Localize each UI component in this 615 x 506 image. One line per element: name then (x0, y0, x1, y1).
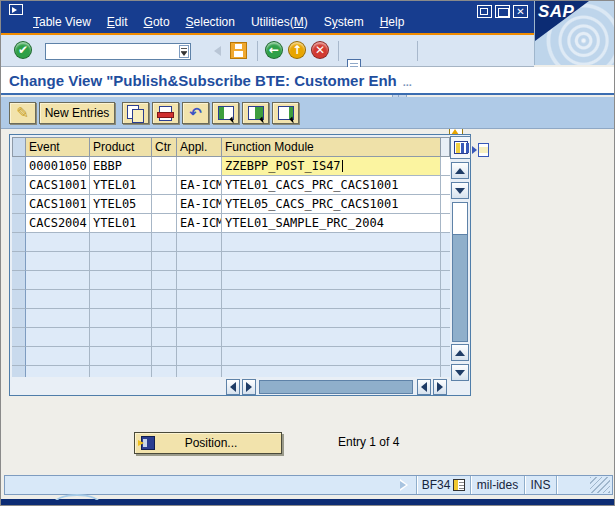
table-cell[interactable]: YTEL01_SAMPLE_PRC_2004 (222, 214, 441, 233)
row-selector-cell[interactable] (12, 233, 26, 252)
row-selector-cell[interactable] (12, 214, 26, 233)
table-cell[interactable] (222, 328, 441, 347)
table-cell[interactable]: YTEL01_CACS_PRC_CACS1001 (222, 176, 441, 195)
position-button[interactable]: Position... (134, 432, 282, 454)
scroll-right-button[interactable] (242, 379, 256, 395)
status-system-cell[interactable]: mil-ides (470, 476, 524, 494)
table-cell[interactable] (152, 157, 177, 176)
table-cell[interactable] (26, 271, 90, 290)
resize-grip[interactable] (590, 477, 610, 493)
table-cell[interactable] (26, 366, 90, 377)
table-cell[interactable] (152, 347, 177, 366)
table-cell[interactable]: CACS1001 (26, 195, 90, 214)
column-header-appl[interactable]: Appl. (177, 137, 222, 157)
table-cell[interactable]: CACS1001 (26, 176, 90, 195)
window-system-icon[interactable] (9, 4, 23, 15)
table-cell[interactable] (177, 157, 222, 176)
table-cell[interactable] (26, 233, 90, 252)
row-selector-cell[interactable] (12, 195, 26, 214)
row-selector-cell[interactable] (12, 309, 26, 328)
copy-as-button[interactable] (122, 102, 149, 124)
row-selector-cell[interactable] (12, 290, 26, 309)
row-selector-cell[interactable] (12, 271, 26, 290)
change-display-button[interactable]: ✎ (9, 102, 36, 124)
table-cell[interactable] (152, 309, 177, 328)
column-header-product[interactable]: Product (90, 137, 152, 157)
table-cell[interactable] (177, 290, 222, 309)
menu-table-view[interactable]: Table View (25, 14, 99, 32)
table-cell[interactable] (26, 347, 90, 366)
table-cell[interactable] (152, 214, 177, 233)
menu-goto[interactable]: Goto (136, 14, 178, 32)
table-cell[interactable]: EA-ICM (177, 176, 222, 195)
table-cell[interactable] (177, 366, 222, 377)
command-field[interactable] (45, 43, 191, 60)
table-cell[interactable] (177, 252, 222, 271)
table-cell[interactable] (177, 233, 222, 252)
menu-edit[interactable]: Edit (99, 14, 136, 32)
menu-selection[interactable]: Selection (178, 14, 243, 32)
cancel-icon[interactable]: ✕ (311, 41, 329, 59)
row-selector-cell[interactable] (12, 366, 26, 377)
table-cell[interactable] (90, 233, 152, 252)
menu-system[interactable]: System (316, 14, 372, 32)
selector-header-cell[interactable] (12, 137, 26, 157)
column-header-event[interactable]: Event (26, 137, 90, 157)
vertical-scrollbar-track[interactable] (452, 202, 468, 342)
horizontal-scrollbar-track[interactable] (259, 380, 413, 394)
vertical-scrollbar-thumb[interactable] (453, 203, 467, 235)
table-cell[interactable]: YTEL05 (90, 195, 152, 214)
command-history-icon[interactable] (179, 45, 189, 58)
table-cell[interactable]: YTEL01 (90, 214, 152, 233)
table-cell[interactable] (222, 290, 441, 309)
table-cell[interactable]: 00001050 (26, 157, 90, 176)
table-cell[interactable] (90, 290, 152, 309)
maximize-button[interactable] (495, 5, 510, 18)
table-cell[interactable] (90, 271, 152, 290)
table-cell[interactable] (222, 233, 441, 252)
column-header-function-module[interactable]: Function Module (222, 137, 441, 157)
table-cell[interactable] (222, 347, 441, 366)
table-cell[interactable]: YTEL05_CACS_PRC_CACS1001 (222, 195, 441, 214)
minimize-button[interactable] (477, 5, 492, 18)
configure-columns-button[interactable] (450, 136, 471, 159)
row-selector-cell[interactable] (12, 252, 26, 271)
table-cell[interactable] (222, 366, 441, 377)
enter-icon[interactable]: ✔ (14, 41, 32, 59)
table-cell[interactable] (90, 309, 152, 328)
select-block-button[interactable] (242, 102, 269, 124)
table-cell[interactable] (152, 328, 177, 347)
status-insert-mode-cell[interactable]: INS (524, 476, 556, 494)
save-icon[interactable] (230, 42, 247, 59)
table-cell[interactable] (177, 328, 222, 347)
table-cell[interactable] (26, 328, 90, 347)
table-cell[interactable] (152, 252, 177, 271)
exit-icon[interactable]: ↑ (288, 41, 306, 59)
new-entries-button[interactable]: New Entries (39, 102, 115, 124)
scroll-left-button[interactable] (226, 379, 240, 395)
table-cell[interactable]: EA-ICM (177, 195, 222, 214)
table-cell[interactable]: YTEL01 (90, 176, 152, 195)
table-cell[interactable] (152, 233, 177, 252)
scroll-left-end-button[interactable] (417, 379, 431, 395)
status-expand-icon[interactable] (400, 479, 410, 491)
scroll-up-button[interactable] (451, 162, 469, 179)
table-cell[interactable] (222, 252, 441, 271)
row-selector-cell[interactable] (12, 347, 26, 366)
row-selector-cell[interactable] (12, 176, 26, 195)
menu-help[interactable]: Help (372, 14, 413, 32)
table-cell[interactable] (152, 176, 177, 195)
table-cell[interactable] (222, 271, 441, 290)
column-header-ctr[interactable]: Ctr (152, 137, 177, 157)
scroll-down-button[interactable] (451, 182, 469, 199)
undo-change-button[interactable]: ↶ (182, 102, 209, 124)
page-down-button[interactable] (451, 364, 469, 381)
table-cell[interactable] (152, 290, 177, 309)
table-cell[interactable] (26, 252, 90, 271)
scroll-right-end-button[interactable] (433, 379, 447, 395)
table-cell[interactable] (177, 309, 222, 328)
table-cell[interactable]: CACS2004 (26, 214, 90, 233)
status-transaction-cell[interactable]: BF34 (416, 476, 470, 494)
table-cell[interactable] (177, 347, 222, 366)
row-selector-cell[interactable] (12, 157, 26, 176)
